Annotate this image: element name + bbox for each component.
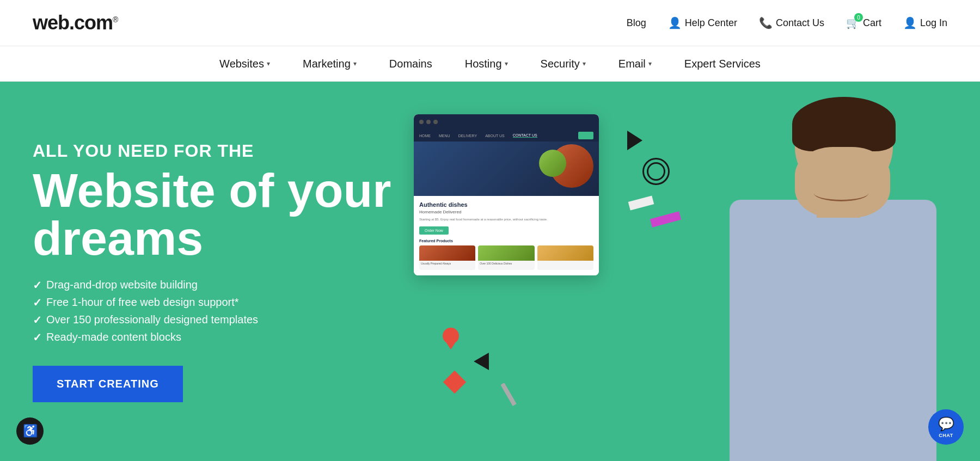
hosting-label: Hosting <box>465 58 502 70</box>
deco-diamond <box>443 371 466 394</box>
mockup-content-area: Authentic dishes Homemade Delivered Star… <box>414 196 599 275</box>
deco-pencil <box>500 383 516 406</box>
marketing-label: Marketing <box>303 58 351 70</box>
hero-title: Website of your dreams <box>33 167 391 262</box>
blog-label: Blog <box>627 17 646 29</box>
cart-label: Cart <box>863 17 881 29</box>
product-img-3 <box>537 245 593 261</box>
logo-text: web.com <box>33 11 113 34</box>
email-label: Email <box>618 58 646 70</box>
mockup-product-3 <box>537 245 593 270</box>
deco-map-pin <box>438 328 463 352</box>
hero-person-area <box>664 82 980 461</box>
marketing-chevron-icon: ▾ <box>353 60 357 67</box>
feature-3: Over 150 professionally designed templat… <box>33 314 391 327</box>
mockup-nav-contact: CONTACT US <box>513 133 537 138</box>
mockup-products-row: Usually Prepared Always Over 100 Delicio… <box>419 245 593 270</box>
help-center-label: Help Center <box>685 17 737 29</box>
mockup-header-bar <box>414 114 599 130</box>
hosting-chevron-icon: ▾ <box>505 60 508 67</box>
hero-subtitle: ALL YOU NEED FOR THE <box>33 141 391 161</box>
deco-arrow-down <box>474 353 497 374</box>
email-chevron-icon: ▾ <box>648 60 652 67</box>
person-smile <box>814 185 868 201</box>
cart-count: 0 <box>854 13 863 22</box>
logo-sup: ® <box>113 15 118 24</box>
product-label-1: Usually Prepared Always <box>419 261 475 266</box>
mockup-hero-image <box>414 142 599 196</box>
cart-badge: 🛒 0 <box>846 16 860 29</box>
nav-item-websites[interactable]: Websites ▾ <box>219 58 270 70</box>
mockup-dot-1 <box>419 120 424 124</box>
product-label-2: Over 100 Delicious Dishes <box>478 261 534 266</box>
product-img-2 <box>478 245 534 261</box>
hero-title-line1: Website of your <box>33 163 391 217</box>
contact-us-label: Contact Us <box>776 17 824 29</box>
deco-rect-white <box>628 195 654 210</box>
login-label: Log In <box>920 17 947 29</box>
websites-label: Websites <box>219 58 264 70</box>
top-nav-cart[interactable]: 🛒 0 Cart <box>846 16 881 29</box>
security-chevron-icon: ▾ <box>583 60 586 67</box>
help-center-icon: 👤 <box>668 16 682 29</box>
accessibility-button[interactable]: ♿ <box>16 417 44 445</box>
websites-chevron-icon: ▾ <box>267 60 270 67</box>
nav-item-email[interactable]: Email ▾ <box>618 58 652 70</box>
feature-2: Free 1-hour of free web design support* <box>33 296 391 309</box>
top-nav-blog[interactable]: Blog <box>627 17 646 29</box>
person-hair <box>792 97 896 151</box>
nav-item-hosting[interactable]: Hosting ▾ <box>465 58 508 70</box>
top-nav-help-center[interactable]: 👤 Help Center <box>668 16 737 29</box>
main-nav: Websites ▾ Marketing ▾ Domains Hosting ▾… <box>0 46 980 82</box>
hero-title-line2: dreams <box>33 211 203 265</box>
top-nav-contact-us[interactable]: 📞 Contact Us <box>759 16 824 29</box>
top-bar: web.com® Blog 👤 Help Center 📞 Contact Us… <box>0 0 980 46</box>
expert-services-label: Expert Services <box>684 58 761 70</box>
nav-item-domains[interactable]: Domains <box>389 58 432 70</box>
hero-section: ALL YOU NEED FOR THE Website of your dre… <box>0 82 980 461</box>
start-creating-button[interactable]: START CREATING <box>33 366 183 402</box>
chat-button[interactable]: 💬 CHAT <box>928 409 964 445</box>
product-img-1 <box>419 245 475 261</box>
mockup-product-2: Over 100 Delicious Dishes <box>478 245 534 270</box>
person-face <box>795 147 890 218</box>
accessibility-icon: ♿ <box>23 424 38 438</box>
mockup-food-2 <box>539 150 566 177</box>
mockup-featured-label: Featured Products <box>419 239 593 243</box>
phone-icon: 📞 <box>759 16 773 29</box>
chat-label: CHAT <box>939 433 953 438</box>
nav-item-expert-services[interactable]: Expert Services <box>684 58 761 70</box>
mockup-dish-subtitle: Homemade Delivered <box>419 210 593 214</box>
hero-content: ALL YOU NEED FOR THE Website of your dre… <box>33 141 391 402</box>
hero-features-list: Drag-and-drop website building Free 1-ho… <box>33 279 391 344</box>
nav-item-security[interactable]: Security ▾ <box>541 58 586 70</box>
deco-pin-circle <box>443 328 459 344</box>
mockup-price-text: Starting at $5. Enjoy real food homemade… <box>419 218 593 221</box>
top-nav: Blog 👤 Help Center 📞 Contact Us 🛒 0 Cart… <box>627 16 947 29</box>
chat-icon: 💬 <box>938 416 954 432</box>
top-nav-login[interactable]: 👤 Log In <box>903 16 947 29</box>
person-body <box>730 200 936 461</box>
mockup-nav-about: ABOUT US <box>485 134 505 138</box>
domains-label: Domains <box>389 58 432 70</box>
mockup-title: Authentic dishes <box>419 201 593 208</box>
mockup-nav-bar: HOME MENU DELIVERY ABOUT US CONTACT US <box>414 130 599 142</box>
feature-1: Drag-and-drop website building <box>33 279 391 292</box>
security-label: Security <box>541 58 580 70</box>
nav-item-marketing[interactable]: Marketing ▾ <box>303 58 357 70</box>
mockup-nav-delivery: DELIVERY <box>458 134 477 138</box>
mockup-dot-3 <box>433 120 438 124</box>
hero-right: HOME MENU DELIVERY ABOUT US CONTACT US A… <box>381 82 980 461</box>
mockup-nav-menu: MENU <box>439 134 450 138</box>
website-mockup: HOME MENU DELIVERY ABOUT US CONTACT US A… <box>414 114 599 275</box>
feature-4: Ready-made content blocks <box>33 331 391 344</box>
logo[interactable]: web.com® <box>33 11 118 34</box>
mockup-cta-button[interactable]: Order Now <box>419 226 449 235</box>
product-label-3 <box>537 261 593 263</box>
mockup-product-1: Usually Prepared Always <box>419 245 475 270</box>
mockup-nav-home: HOME <box>419 134 431 138</box>
deco-arrow-right <box>627 131 642 150</box>
user-icon: 👤 <box>903 16 917 29</box>
mockup-dot-2 <box>426 120 431 124</box>
